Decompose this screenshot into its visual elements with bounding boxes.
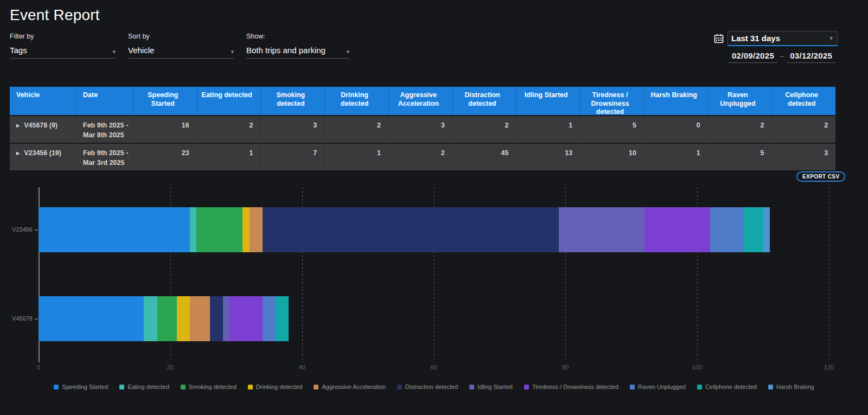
- legend-item[interactable]: Smoking detected: [181, 384, 237, 390]
- table-body: ▶V45678 (9)Feb 9th 2025 - Mar 8th 202516…: [10, 116, 835, 170]
- column-header: Cellphone detected: [772, 87, 835, 115]
- bar-segment: [263, 296, 276, 341]
- event-count-cell: 23: [133, 144, 197, 170]
- legend-swatch-icon: [314, 385, 318, 390]
- gridline: [829, 187, 829, 362]
- legend-item[interactable]: Harsh Braking: [768, 384, 814, 390]
- bar-segment: [242, 207, 249, 252]
- legend-item[interactable]: Aggressive Acceleration: [314, 384, 385, 390]
- event-count-cell: 2: [325, 116, 389, 143]
- sort-by-dropdown[interactable]: Vehicle ▾: [128, 46, 234, 59]
- page-title: Event Report: [10, 7, 100, 24]
- legend-label: Cellphone detected: [705, 384, 757, 390]
- legend-item[interactable]: Idling Started: [469, 384, 513, 390]
- legend-label: Eating detected: [127, 384, 169, 390]
- table-header-row: VehicleDateSpeeding StartedEating detect…: [10, 87, 835, 115]
- bar-segment: [743, 207, 763, 252]
- legend-item[interactable]: Drinking detected: [248, 384, 303, 390]
- event-count-cell: 1: [197, 144, 261, 170]
- event-count-cell: 16: [133, 116, 197, 143]
- event-count-cell: 3: [772, 144, 835, 170]
- show-dropdown[interactable]: Both trips and parking ▾: [246, 46, 349, 59]
- legend-swatch-icon: [469, 385, 474, 390]
- event-count-cell: 2: [453, 116, 517, 143]
- legend-item[interactable]: Tiredness / Drowsiness detected: [524, 384, 618, 390]
- y-tick-label: V23456: [0, 226, 33, 233]
- export-csv-button[interactable]: EXPORT CSV: [796, 171, 845, 182]
- column-header: Aggressive Acceleration: [389, 87, 453, 115]
- column-header: Harsh Braking: [644, 87, 709, 115]
- bar-segment: [763, 207, 770, 252]
- event-count-cell: 2: [197, 116, 261, 143]
- bar-segment: [644, 207, 710, 252]
- bar-segment: [144, 296, 157, 341]
- table-row[interactable]: ▶V23456 (19)Feb 9th 2025 - Mar 3rd 20252…: [10, 144, 835, 170]
- show-group: Show: Both trips and parking ▾: [246, 33, 349, 59]
- bar-segment: [223, 296, 229, 341]
- x-tick-label: 120: [824, 364, 834, 371]
- legend-item[interactable]: Distraction detected: [397, 384, 458, 390]
- column-header: Distraction detected: [453, 87, 517, 115]
- show-value: Both trips and parking: [246, 46, 326, 55]
- event-count-cell: 0: [644, 116, 709, 143]
- bar-segment: [177, 296, 190, 341]
- legend-swatch-icon: [397, 385, 402, 390]
- start-date-input[interactable]: 02/09/2025: [729, 51, 777, 63]
- legend-item[interactable]: Cellphone detected: [697, 384, 757, 390]
- legend-swatch-icon: [524, 385, 529, 390]
- bar-segment: [276, 296, 289, 341]
- x-tick-label: 100: [692, 364, 702, 371]
- end-date-input[interactable]: 03/12/2025: [787, 51, 835, 63]
- table-row[interactable]: ▶V45678 (9)Feb 9th 2025 - Mar 8th 202516…: [10, 116, 835, 143]
- column-header: Date: [76, 87, 133, 115]
- column-header: Vehicle: [10, 87, 76, 115]
- event-count-cell: 1: [644, 144, 709, 170]
- y-tick-mark: [35, 229, 38, 231]
- date-range-cell: Feb 9th 2025 - Mar 8th 2025: [76, 116, 133, 143]
- date-range-preset-select[interactable]: Last 31 days ▾: [727, 31, 838, 46]
- chevron-down-icon: ▾: [112, 49, 116, 55]
- event-count-cell: 10: [580, 144, 644, 170]
- filter-by-value: Tags: [10, 46, 27, 55]
- legend-label: Idling Started: [477, 384, 513, 390]
- legend-label: Harsh Braking: [776, 384, 814, 390]
- x-tick-label: 20: [167, 364, 174, 371]
- legend-item[interactable]: Speeding Started: [54, 384, 108, 390]
- event-table: VehicleDateSpeeding StartedEating detect…: [10, 87, 835, 170]
- x-tick-label: 40: [299, 364, 305, 371]
- legend-swatch-icon: [630, 385, 635, 390]
- filter-by-group: Filter by Tags ▾: [10, 33, 116, 59]
- x-tick-label: 0: [37, 364, 40, 371]
- vehicle-label: V23456 (19): [24, 149, 61, 157]
- legend-item[interactable]: Raven Unplugged: [630, 384, 686, 390]
- bar-segment: [190, 296, 209, 341]
- calendar-icon[interactable]: [713, 33, 724, 44]
- bar-segment: [196, 207, 242, 252]
- expand-arrow-icon[interactable]: ▶: [16, 123, 20, 128]
- vehicle-cell: ▶V45678 (9): [10, 116, 76, 143]
- vehicle-label: V45678 (9): [24, 122, 58, 129]
- legend-label: Smoking detected: [189, 384, 237, 390]
- event-count-cell: 5: [709, 144, 773, 170]
- sort-by-value: Vehicle: [128, 46, 154, 55]
- legend-label: Raven Unplugged: [638, 384, 686, 390]
- legend-swatch-icon: [119, 385, 124, 390]
- chevron-down-icon: ▾: [346, 49, 349, 55]
- bar-segment: [190, 207, 196, 252]
- x-axis-labels: 020406080100120: [39, 364, 829, 372]
- event-count-cell: 7: [261, 144, 325, 170]
- vehicle-cell: ▶V23456 (19): [10, 144, 76, 170]
- stacked-bar-V23456: [39, 207, 770, 252]
- column-header: Raven Unplugged: [709, 87, 773, 115]
- legend-label: Tiredness / Drowsiness detected: [532, 384, 618, 390]
- legend-item[interactable]: Eating detected: [119, 384, 169, 390]
- bar-segment: [710, 207, 743, 252]
- legend-label: Distraction detected: [405, 384, 458, 390]
- event-count-cell: 2: [389, 144, 453, 170]
- filter-by-dropdown[interactable]: Tags ▾: [10, 46, 116, 59]
- legend-swatch-icon: [54, 385, 59, 390]
- bar-segment: [157, 296, 177, 341]
- bar-segment: [263, 207, 559, 252]
- date-range-preset-value: Last 31 days: [731, 34, 780, 43]
- expand-arrow-icon[interactable]: ▶: [16, 151, 20, 156]
